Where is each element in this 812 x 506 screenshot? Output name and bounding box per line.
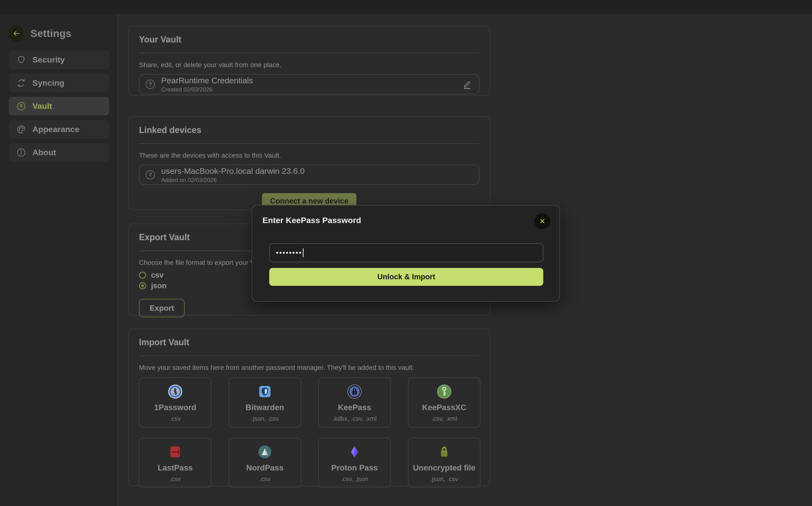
provider-formats: .csv — [139, 475, 211, 483]
sidebar-item-label: About — [32, 148, 56, 157]
device-texts: users-MacBook-Pro.local darwin 23.6.0 Ad… — [161, 166, 473, 183]
divider — [139, 356, 479, 356]
divider — [139, 143, 479, 144]
linked-devices-card: Linked devices These are the devices wit… — [128, 116, 490, 210]
radio-csv-label: csv — [151, 271, 163, 279]
vault-item-texts: PearRuntime Credentials Created 02/03/20… — [161, 76, 462, 93]
provider-formats: .csv, .xml — [408, 415, 480, 422]
shield-icon — [16, 55, 26, 65]
provider-name: 1Password — [139, 403, 211, 412]
lastpass-icon — [168, 445, 183, 459]
provider-formats: .json, .csv — [408, 475, 480, 483]
provider-formats: .csv, .json — [319, 475, 390, 483]
key-icon — [145, 169, 156, 180]
provider-name: NordPass — [229, 463, 300, 473]
your-vault-description: Share, edit, or delete your vault from o… — [139, 61, 479, 69]
onepassword-icon — [167, 384, 183, 399]
radio-json-label: json — [151, 281, 166, 290]
sidebar-item-syncing[interactable]: Syncing — [9, 74, 109, 92]
sidebar-item-label: Appearance — [32, 124, 79, 134]
export-button[interactable]: Export — [139, 299, 185, 317]
keepass-icon — [347, 384, 362, 399]
vault-item-row[interactable]: PearRuntime Credentials Created 02/03/20… — [139, 74, 479, 94]
key-icon — [16, 101, 26, 111]
info-icon — [16, 148, 26, 157]
unlock-import-button[interactable]: Unlock & Import — [269, 268, 543, 286]
provider-name: Proton Pass — [319, 463, 390, 473]
your-vault-card: Your Vault Share, edit, or delete your v… — [128, 26, 490, 96]
import-unencrypted-file[interactable]: Unencrypted file .json, .csv — [408, 438, 480, 488]
bitwarden-icon — [257, 384, 272, 399]
import-vault-title: Import Vault — [139, 337, 479, 347]
vault-created-date: Created 02/03/2026 — [161, 86, 462, 93]
password-masked-value: •••••••• — [276, 249, 302, 257]
sync-icon — [16, 78, 26, 88]
sidebar-item-label: Vault — [32, 101, 52, 111]
protonpass-icon — [347, 444, 362, 459]
provider-name: Unencrypted file — [408, 463, 480, 473]
import-keepass[interactable]: KeePass .kdbx, .csv, .xml — [318, 377, 391, 428]
provider-formats: .kdbx, .csv, .xml — [319, 415, 390, 422]
keepassxc-icon — [436, 384, 452, 399]
password-input[interactable]: •••••••• — [269, 243, 543, 262]
device-name: users-MacBook-Pro.local darwin 23.6.0 — [161, 166, 473, 176]
padlock-icon — [437, 445, 451, 459]
sidebar-item-about[interactable]: About — [9, 143, 109, 162]
palette-icon — [16, 124, 26, 134]
radio-selected-icon — [139, 282, 146, 289]
device-added-date: Added on 02/03/2026 — [161, 177, 473, 183]
radio-circle-icon — [139, 272, 146, 279]
import-nordpass[interactable]: NordPass .csv — [228, 438, 301, 488]
vault-name: PearRuntime Credentials — [161, 76, 462, 85]
import-1password[interactable]: 1Password .csv — [139, 377, 211, 428]
provider-name: KeePassXC — [408, 403, 480, 412]
text-caret — [303, 248, 303, 257]
linked-devices-description: These are the devices with access to thi… — [139, 152, 479, 159]
edit-pencil-icon[interactable] — [462, 79, 473, 90]
provider-formats: .csv — [229, 475, 300, 483]
dialog-title: Enter KeePass Password — [262, 216, 361, 225]
provider-formats: .csv — [139, 415, 211, 422]
sidebar-item-security[interactable]: Security — [9, 51, 109, 69]
import-provider-grid: 1Password .csv Bitwarden .json, .csv Kee… — [139, 377, 479, 488]
close-icon[interactable]: ✕ — [534, 213, 550, 229]
provider-name: Bitwarden — [229, 403, 300, 412]
sidebar-item-vault[interactable]: Vault — [9, 97, 109, 115]
import-bitwarden[interactable]: Bitwarden .json, .csv — [228, 377, 301, 428]
import-vault-card: Import Vault Move your saved items here … — [128, 329, 490, 486]
settings-sidebar: Settings Security Syncing Vault Appearan… — [0, 14, 118, 506]
back-button[interactable] — [9, 26, 24, 41]
your-vault-title: Your Vault — [139, 34, 479, 45]
sidebar-nav: Security Syncing Vault Appearance About — [9, 51, 109, 162]
provider-name: LastPass — [139, 463, 211, 473]
window-titlebar — [0, 0, 812, 14]
arrow-left-icon — [12, 29, 20, 38]
sidebar-item-label: Syncing — [32, 78, 64, 88]
sidebar-header: Settings — [9, 26, 109, 41]
provider-formats: .json, .csv — [229, 415, 300, 422]
linked-devices-title: Linked devices — [139, 125, 479, 135]
import-lastpass[interactable]: LastPass .csv — [139, 438, 211, 488]
page-title: Settings — [30, 28, 72, 39]
divider — [139, 53, 479, 53]
import-keepassxc[interactable]: KeePassXC .csv, .xml — [408, 377, 480, 428]
provider-name: KeePass — [319, 403, 390, 412]
key-icon — [145, 79, 156, 90]
sidebar-item-appearance[interactable]: Appearance — [9, 120, 109, 139]
device-row[interactable]: users-MacBook-Pro.local darwin 23.6.0 Ad… — [139, 165, 479, 185]
nordpass-icon — [257, 444, 273, 459]
sidebar-item-label: Security — [32, 55, 65, 65]
keepass-password-dialog: Enter KeePass Password ✕ •••••••• Unlock… — [252, 205, 560, 302]
import-vault-description: Move your saved items here from another … — [139, 364, 479, 371]
import-protonpass[interactable]: Proton Pass .csv, .json — [318, 438, 391, 488]
